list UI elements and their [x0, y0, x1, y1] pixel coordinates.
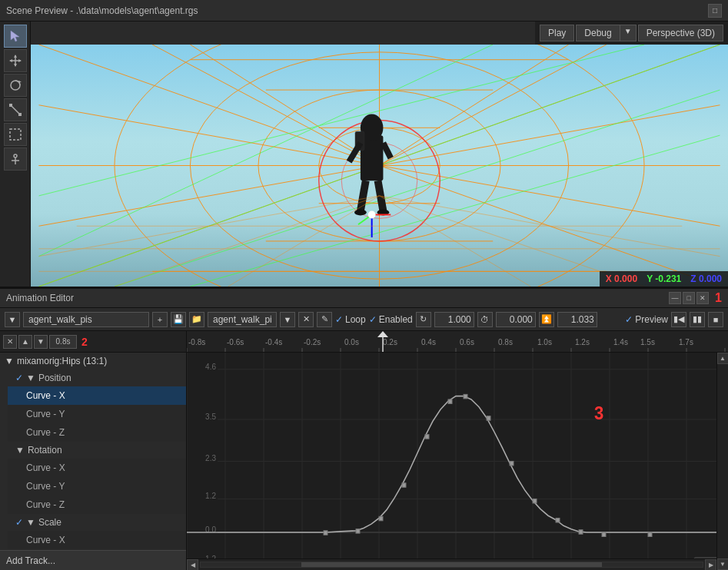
close-button[interactable]: ✕ — [696, 292, 709, 304]
svg-text:2.3: 2.3 — [205, 454, 216, 462]
pause-button[interactable]: ▮▮ — [690, 312, 705, 327]
curve-scrollbar-horizontal[interactable]: ◀ ▶ — [187, 558, 716, 570]
rotation-label: Rotation — [28, 445, 62, 456]
anim-pencil-button[interactable]: ✎ — [317, 312, 332, 327]
scale-arrow: ▼ — [26, 517, 35, 528]
scroll-left-btn[interactable]: ◀ — [187, 559, 198, 571]
anim-refresh-button[interactable]: ↻ — [416, 312, 431, 327]
red-label-2: 2 — [81, 336, 88, 348]
debug-dropdown-arrow[interactable]: ▼ — [620, 25, 637, 41]
move-tool[interactable] — [4, 49, 27, 72]
track-down-btn[interactable]: ▼ — [34, 335, 48, 349]
minimize-button[interactable]: — — [669, 292, 681, 304]
svg-line-24 — [380, 105, 720, 166]
svg-marker-5 — [9, 59, 12, 62]
curve-position-y[interactable]: Curve - Y — [8, 405, 186, 423]
svg-line-28 — [190, 45, 379, 166]
play-back-button[interactable]: ▮◀ — [671, 312, 686, 327]
position-label: Position — [38, 373, 71, 383]
curve-scrollbar-vertical[interactable]: ▲ ▼ — [716, 353, 728, 570]
curve-canvas-area: 4.6 3.5 2.3 1.2 0.0 -1.2 — [187, 353, 728, 570]
curve-rotation-y[interactable]: Curve - Y — [8, 477, 186, 495]
curve-position-x[interactable]: Curve - X — [8, 386, 186, 405]
speed-input[interactable] — [434, 312, 474, 327]
svg-text:-0.8s: -0.8s — [188, 338, 205, 346]
anchor-tool[interactable] — [4, 147, 27, 171]
anim-add-button[interactable]: + — [152, 312, 168, 327]
maximize-button[interactable]: □ — [708, 4, 722, 18]
track-time-display: 0.8s — [49, 335, 77, 349]
left-toolbar — [0, 22, 31, 287]
curve-rotation-z[interactable]: Curve - Z — [8, 495, 186, 514]
curve-scale-x[interactable]: Curve - X — [8, 531, 186, 549]
track-up-btn[interactable]: ▲ — [18, 335, 32, 349]
restore-button[interactable]: □ — [683, 292, 695, 304]
debug-dropdown: Debug ▼ — [576, 25, 636, 41]
svg-text:-0.2s: -0.2s — [304, 338, 321, 346]
stop-button[interactable]: ■ — [708, 312, 723, 327]
red-label-1: 1 — [715, 291, 722, 305]
anim-clip-name-input2[interactable] — [208, 312, 277, 327]
svg-marker-3 — [14, 55, 17, 58]
svg-text:1.5s: 1.5s — [640, 338, 655, 346]
group-arrow: ▼ — [5, 356, 14, 366]
scale-label: Scale — [38, 517, 61, 528]
svg-text:1.2s: 1.2s — [575, 338, 590, 346]
anim-clip-dropdown[interactable]: ▼ — [5, 312, 20, 327]
anim-clip-name-input[interactable] — [23, 312, 149, 327]
svg-rect-144 — [602, 532, 606, 536]
y-coord: Y -0.231 — [647, 273, 681, 284]
play-button[interactable]: Play — [540, 25, 574, 41]
timeline-header: -0.8s -0.6s -0.4s -0.2s 0.0s 0.2s 0.4s 0… — [187, 331, 728, 353]
track-list-header: ✕ ▲ ▼ 0.8s 2 — [0, 331, 186, 353]
svg-line-30 — [152, 45, 379, 166]
scroll-thumb[interactable] — [301, 562, 603, 567]
preview-checkbox[interactable]: ✓ Preview — [625, 314, 668, 325]
svg-rect-142 — [556, 519, 560, 522]
anim-title: Animation Editor — [6, 293, 667, 303]
perspective-button[interactable]: Perspective (3D) — [638, 25, 723, 41]
svg-text:3: 3 — [594, 403, 603, 423]
svg-rect-132 — [324, 531, 327, 535]
anim-dropdown2[interactable]: ▼ — [280, 312, 295, 327]
loop-checkbox[interactable]: ✓ Loop — [335, 314, 366, 325]
track-delete-btn[interactable]: ✕ — [3, 335, 17, 349]
scale-tool[interactable] — [4, 98, 27, 121]
rotation-arrow: ▼ — [15, 445, 25, 456]
scroll-up-btn[interactable]: ▲ — [717, 353, 729, 364]
scale-check: ✓ — [15, 517, 23, 528]
time-input[interactable] — [496, 312, 536, 327]
anim-folder-button[interactable]: 📁 — [189, 312, 204, 327]
scene-toolbar: Play Debug ▼ Perspective (3D) — [535, 22, 728, 45]
svg-rect-140 — [510, 462, 514, 466]
select-tool[interactable] — [4, 25, 27, 48]
rotate-tool[interactable] — [4, 74, 27, 97]
track-sub-rotation[interactable]: ▼ Rotation — [8, 442, 186, 459]
curve-editor[interactable]: -0.8s -0.6s -0.4s -0.2s 0.0s 0.2s 0.4s 0… — [187, 331, 728, 570]
curve-position-z[interactable]: Curve - Z — [8, 423, 186, 442]
add-track-button[interactable]: Add Track... — [0, 550, 186, 570]
scene-title: Scene Preview - .\data\models\agent\agen… — [6, 5, 708, 16]
svg-point-13 — [14, 154, 17, 157]
scroll-down-btn[interactable]: ▼ — [717, 558, 729, 570]
end-input[interactable] — [557, 312, 597, 327]
track-group-hips[interactable]: ▼ mixamorig:Hips (13:1) — [0, 353, 186, 370]
svg-line-29 — [380, 45, 569, 166]
svg-rect-133 — [356, 529, 360, 533]
svg-rect-11 — [9, 104, 12, 107]
anim-save-button[interactable]: 💾 — [171, 312, 186, 327]
anim-delete-button[interactable]: ✕ — [298, 312, 314, 327]
scroll-right-btn[interactable]: ▶ — [705, 559, 716, 571]
debug-button[interactable]: Debug — [576, 25, 620, 41]
rect-select-tool[interactable] — [4, 123, 27, 146]
scene-preview: Scene Preview - .\data\models\agent\agen… — [0, 0, 728, 288]
viewport[interactable]: X 0.000 Y -0.231 Z 0.000 — [31, 45, 728, 287]
enabled-checkbox[interactable]: ✓ Enabled — [369, 314, 413, 325]
svg-text:1.0s: 1.0s — [537, 338, 552, 346]
track-sub-scale[interactable]: ✓ ▼ Scale — [8, 514, 186, 531]
track-sub-position[interactable]: ✓ ▼ Position — [8, 370, 186, 386]
svg-text:1.2: 1.2 — [205, 492, 216, 500]
svg-rect-139 — [487, 416, 490, 420]
svg-marker-0 — [11, 31, 19, 41]
curve-rotation-x[interactable]: Curve - X — [8, 459, 186, 477]
